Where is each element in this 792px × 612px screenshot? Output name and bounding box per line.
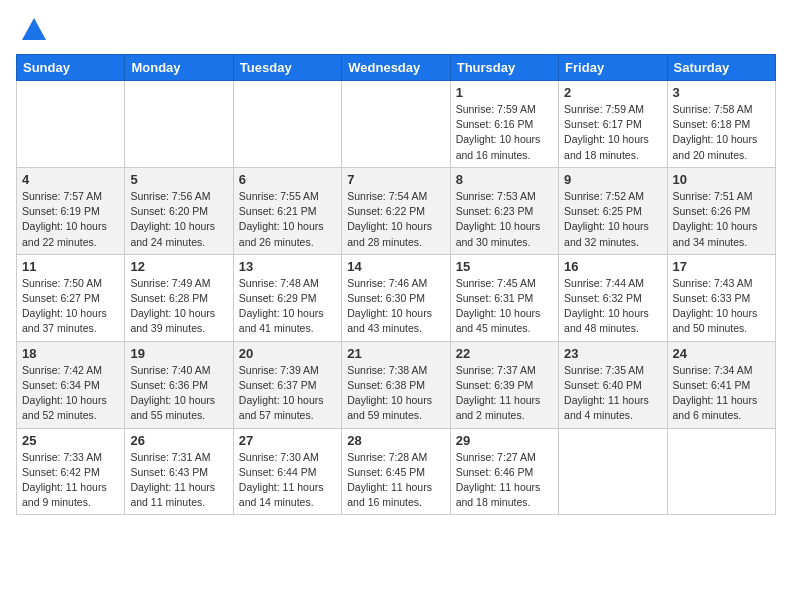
day-info: Sunrise: 7:42 AMSunset: 6:34 PMDaylight:… (22, 363, 119, 424)
day-info: Sunrise: 7:57 AMSunset: 6:19 PMDaylight:… (22, 189, 119, 250)
calendar-cell: 21Sunrise: 7:38 AMSunset: 6:38 PMDayligh… (342, 341, 450, 428)
calendar-cell: 15Sunrise: 7:45 AMSunset: 6:31 PMDayligh… (450, 254, 558, 341)
day-number: 13 (239, 259, 336, 274)
day-number: 18 (22, 346, 119, 361)
day-number: 16 (564, 259, 661, 274)
day-info: Sunrise: 7:30 AMSunset: 6:44 PMDaylight:… (239, 450, 336, 511)
calendar-week-3: 11Sunrise: 7:50 AMSunset: 6:27 PMDayligh… (17, 254, 776, 341)
day-number: 9 (564, 172, 661, 187)
day-info: Sunrise: 7:56 AMSunset: 6:20 PMDaylight:… (130, 189, 227, 250)
day-number: 10 (673, 172, 770, 187)
calendar-cell (17, 81, 125, 168)
calendar-cell: 8Sunrise: 7:53 AMSunset: 6:23 PMDaylight… (450, 167, 558, 254)
calendar-cell (125, 81, 233, 168)
calendar-cell: 27Sunrise: 7:30 AMSunset: 6:44 PMDayligh… (233, 428, 341, 515)
col-header-saturday: Saturday (667, 55, 775, 81)
day-info: Sunrise: 7:43 AMSunset: 6:33 PMDaylight:… (673, 276, 770, 337)
day-number: 25 (22, 433, 119, 448)
logo (16, 16, 48, 44)
header (16, 16, 776, 44)
day-info: Sunrise: 7:28 AMSunset: 6:45 PMDaylight:… (347, 450, 444, 511)
day-info: Sunrise: 7:55 AMSunset: 6:21 PMDaylight:… (239, 189, 336, 250)
day-info: Sunrise: 7:44 AMSunset: 6:32 PMDaylight:… (564, 276, 661, 337)
day-number: 5 (130, 172, 227, 187)
calendar-header-row: SundayMondayTuesdayWednesdayThursdayFrid… (17, 55, 776, 81)
calendar-cell: 23Sunrise: 7:35 AMSunset: 6:40 PMDayligh… (559, 341, 667, 428)
day-info: Sunrise: 7:31 AMSunset: 6:43 PMDaylight:… (130, 450, 227, 511)
day-info: Sunrise: 7:59 AMSunset: 6:17 PMDaylight:… (564, 102, 661, 163)
calendar-cell: 5Sunrise: 7:56 AMSunset: 6:20 PMDaylight… (125, 167, 233, 254)
calendar-cell: 3Sunrise: 7:58 AMSunset: 6:18 PMDaylight… (667, 81, 775, 168)
day-number: 7 (347, 172, 444, 187)
calendar-cell: 20Sunrise: 7:39 AMSunset: 6:37 PMDayligh… (233, 341, 341, 428)
calendar-cell: 7Sunrise: 7:54 AMSunset: 6:22 PMDaylight… (342, 167, 450, 254)
calendar-cell: 28Sunrise: 7:28 AMSunset: 6:45 PMDayligh… (342, 428, 450, 515)
day-info: Sunrise: 7:40 AMSunset: 6:36 PMDaylight:… (130, 363, 227, 424)
calendar-table: SundayMondayTuesdayWednesdayThursdayFrid… (16, 54, 776, 515)
day-number: 2 (564, 85, 661, 100)
calendar-cell (342, 81, 450, 168)
day-info: Sunrise: 7:34 AMSunset: 6:41 PMDaylight:… (673, 363, 770, 424)
day-number: 6 (239, 172, 336, 187)
calendar-cell: 18Sunrise: 7:42 AMSunset: 6:34 PMDayligh… (17, 341, 125, 428)
day-info: Sunrise: 7:59 AMSunset: 6:16 PMDaylight:… (456, 102, 553, 163)
calendar-week-1: 1Sunrise: 7:59 AMSunset: 6:16 PMDaylight… (17, 81, 776, 168)
calendar-cell: 9Sunrise: 7:52 AMSunset: 6:25 PMDaylight… (559, 167, 667, 254)
svg-marker-0 (22, 18, 46, 40)
day-info: Sunrise: 7:38 AMSunset: 6:38 PMDaylight:… (347, 363, 444, 424)
calendar-cell (559, 428, 667, 515)
calendar-cell: 29Sunrise: 7:27 AMSunset: 6:46 PMDayligh… (450, 428, 558, 515)
day-info: Sunrise: 7:53 AMSunset: 6:23 PMDaylight:… (456, 189, 553, 250)
day-info: Sunrise: 7:35 AMSunset: 6:40 PMDaylight:… (564, 363, 661, 424)
day-info: Sunrise: 7:54 AMSunset: 6:22 PMDaylight:… (347, 189, 444, 250)
day-number: 11 (22, 259, 119, 274)
day-info: Sunrise: 7:58 AMSunset: 6:18 PMDaylight:… (673, 102, 770, 163)
day-number: 24 (673, 346, 770, 361)
calendar-cell: 25Sunrise: 7:33 AMSunset: 6:42 PMDayligh… (17, 428, 125, 515)
calendar-cell (233, 81, 341, 168)
col-header-friday: Friday (559, 55, 667, 81)
calendar-cell: 2Sunrise: 7:59 AMSunset: 6:17 PMDaylight… (559, 81, 667, 168)
calendar-cell: 10Sunrise: 7:51 AMSunset: 6:26 PMDayligh… (667, 167, 775, 254)
day-number: 4 (22, 172, 119, 187)
day-info: Sunrise: 7:52 AMSunset: 6:25 PMDaylight:… (564, 189, 661, 250)
day-number: 19 (130, 346, 227, 361)
day-info: Sunrise: 7:39 AMSunset: 6:37 PMDaylight:… (239, 363, 336, 424)
day-number: 3 (673, 85, 770, 100)
day-info: Sunrise: 7:46 AMSunset: 6:30 PMDaylight:… (347, 276, 444, 337)
day-info: Sunrise: 7:37 AMSunset: 6:39 PMDaylight:… (456, 363, 553, 424)
day-info: Sunrise: 7:51 AMSunset: 6:26 PMDaylight:… (673, 189, 770, 250)
calendar-cell: 26Sunrise: 7:31 AMSunset: 6:43 PMDayligh… (125, 428, 233, 515)
day-number: 17 (673, 259, 770, 274)
day-info: Sunrise: 7:33 AMSunset: 6:42 PMDaylight:… (22, 450, 119, 511)
day-info: Sunrise: 7:50 AMSunset: 6:27 PMDaylight:… (22, 276, 119, 337)
calendar-week-4: 18Sunrise: 7:42 AMSunset: 6:34 PMDayligh… (17, 341, 776, 428)
day-number: 1 (456, 85, 553, 100)
calendar-cell: 4Sunrise: 7:57 AMSunset: 6:19 PMDaylight… (17, 167, 125, 254)
day-info: Sunrise: 7:27 AMSunset: 6:46 PMDaylight:… (456, 450, 553, 511)
calendar-cell: 13Sunrise: 7:48 AMSunset: 6:29 PMDayligh… (233, 254, 341, 341)
calendar-cell: 16Sunrise: 7:44 AMSunset: 6:32 PMDayligh… (559, 254, 667, 341)
day-number: 14 (347, 259, 444, 274)
calendar-week-5: 25Sunrise: 7:33 AMSunset: 6:42 PMDayligh… (17, 428, 776, 515)
day-number: 20 (239, 346, 336, 361)
calendar-cell: 6Sunrise: 7:55 AMSunset: 6:21 PMDaylight… (233, 167, 341, 254)
day-number: 23 (564, 346, 661, 361)
col-header-monday: Monday (125, 55, 233, 81)
calendar-week-2: 4Sunrise: 7:57 AMSunset: 6:19 PMDaylight… (17, 167, 776, 254)
day-number: 22 (456, 346, 553, 361)
day-info: Sunrise: 7:49 AMSunset: 6:28 PMDaylight:… (130, 276, 227, 337)
calendar-cell: 19Sunrise: 7:40 AMSunset: 6:36 PMDayligh… (125, 341, 233, 428)
calendar-cell: 1Sunrise: 7:59 AMSunset: 6:16 PMDaylight… (450, 81, 558, 168)
col-header-tuesday: Tuesday (233, 55, 341, 81)
day-number: 28 (347, 433, 444, 448)
calendar-cell: 11Sunrise: 7:50 AMSunset: 6:27 PMDayligh… (17, 254, 125, 341)
calendar-cell: 17Sunrise: 7:43 AMSunset: 6:33 PMDayligh… (667, 254, 775, 341)
logo-icon (20, 16, 48, 44)
col-header-sunday: Sunday (17, 55, 125, 81)
col-header-wednesday: Wednesday (342, 55, 450, 81)
calendar-cell: 24Sunrise: 7:34 AMSunset: 6:41 PMDayligh… (667, 341, 775, 428)
day-info: Sunrise: 7:45 AMSunset: 6:31 PMDaylight:… (456, 276, 553, 337)
day-number: 27 (239, 433, 336, 448)
day-number: 29 (456, 433, 553, 448)
